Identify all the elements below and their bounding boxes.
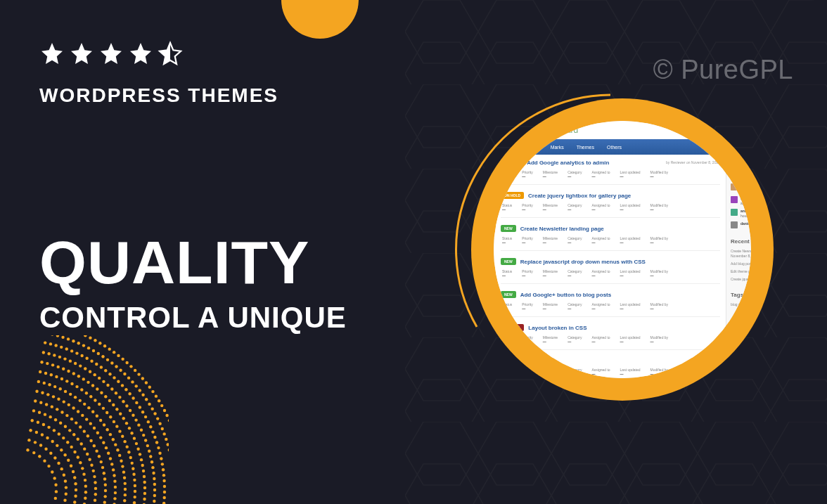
svg-point-189	[94, 399, 96, 401]
svg-point-282	[163, 496, 166, 499]
svg-point-341	[153, 412, 156, 415]
svg-point-253	[142, 434, 145, 437]
svg-point-96	[86, 434, 89, 437]
svg-point-154	[96, 415, 98, 418]
star-icon	[128, 41, 153, 66]
svg-point-230	[77, 375, 80, 377]
svg-point-33	[67, 459, 70, 462]
svg-point-7	[51, 470, 53, 473]
svg-point-9	[43, 459, 46, 462]
svg-point-48	[81, 467, 84, 470]
svg-point-373	[160, 404, 163, 407]
svg-point-247	[151, 466, 154, 469]
recent-item: Create Newsletter landing page — Novembe…	[731, 249, 751, 259]
svg-point-184	[113, 420, 115, 423]
svg-point-316	[65, 347, 68, 350]
team-member: AppThemesDemo updated a ticket 2 hours a…	[731, 171, 751, 180]
svg-point-91	[100, 460, 103, 463]
svg-point-4	[55, 490, 58, 493]
svg-point-127	[77, 410, 79, 413]
svg-point-70	[86, 453, 89, 455]
svg-point-90	[101, 466, 104, 469]
svg-point-211	[140, 458, 143, 461]
svg-point-302	[128, 392, 131, 395]
svg-point-305	[117, 380, 120, 383]
svg-point-110	[113, 497, 116, 500]
svg-point-76	[64, 425, 67, 428]
svg-point-30	[73, 476, 76, 479]
svg-point-392	[84, 335, 86, 337]
svg-point-151	[105, 428, 108, 431]
svg-point-98	[79, 425, 82, 428]
svg-point-257	[132, 414, 134, 417]
svg-point-5	[54, 484, 57, 486]
svg-point-228	[86, 381, 89, 384]
svg-point-122	[96, 431, 99, 434]
svg-point-104	[51, 405, 53, 408]
preview-nav: Open Sales Marks Themes Others ✎ Create …	[494, 139, 751, 155]
svg-point-128	[72, 406, 75, 409]
svg-point-335	[166, 443, 169, 446]
svg-point-274	[58, 356, 61, 358]
svg-point-102	[60, 411, 63, 413]
svg-point-26	[73, 500, 76, 503]
svg-point-161	[64, 390, 67, 393]
svg-point-244	[153, 483, 156, 486]
svg-point-314	[75, 351, 78, 354]
svg-point-386	[113, 351, 115, 354]
svg-point-209	[142, 470, 145, 472]
svg-point-62	[94, 499, 96, 502]
svg-point-207	[143, 481, 146, 484]
svg-point-164	[48, 383, 51, 386]
svg-point-194	[70, 382, 73, 385]
svg-point-223	[108, 399, 111, 402]
svg-point-160	[69, 393, 72, 396]
svg-point-371	[165, 414, 168, 417]
svg-point-347	[135, 385, 138, 387]
svg-point-49	[79, 461, 82, 464]
svg-point-101	[65, 414, 68, 417]
svg-point-8	[47, 465, 50, 467]
svg-point-358	[87, 347, 90, 349]
svg-point-310	[95, 363, 98, 366]
svg-point-115	[112, 468, 115, 471]
svg-point-357	[92, 349, 95, 352]
svg-point-20	[53, 456, 56, 459]
svg-point-213	[136, 447, 139, 450]
svg-point-99	[75, 421, 77, 424]
star-icon	[69, 41, 94, 66]
svg-point-197	[55, 375, 58, 378]
svg-point-100	[70, 418, 73, 420]
star-rating	[39, 41, 183, 66]
svg-point-138	[123, 499, 126, 502]
watermark: © PureGPL	[653, 55, 793, 85]
svg-point-288	[161, 463, 164, 465]
team-member: John Doe updated a ticket 2 hours ago	[731, 196, 751, 205]
svg-point-188	[98, 403, 101, 406]
svg-point-191	[85, 392, 88, 394]
svg-point-269	[84, 367, 86, 370]
recent-item: Create jquery lightbox for gallery page	[731, 277, 751, 282]
svg-point-214	[135, 442, 138, 445]
svg-point-190	[89, 395, 92, 398]
svg-point-131	[57, 398, 60, 401]
svg-point-15	[65, 486, 68, 489]
svg-point-129	[68, 403, 70, 406]
svg-point-159	[74, 396, 77, 399]
svg-point-385	[117, 354, 120, 357]
svg-point-163	[53, 385, 56, 388]
svg-point-365	[51, 335, 53, 336]
category-label: WORDPRESS THEMES	[39, 84, 278, 107]
svg-point-35	[60, 448, 63, 451]
svg-point-17	[63, 473, 65, 476]
svg-point-111	[114, 491, 117, 494]
svg-point-145	[120, 459, 122, 462]
svg-point-52	[70, 446, 72, 448]
svg-point-119	[105, 446, 108, 449]
svg-point-196	[60, 377, 63, 380]
svg-point-206	[143, 486, 146, 489]
svg-point-150	[109, 433, 112, 436]
svg-point-298	[141, 411, 144, 413]
svg-point-144	[121, 465, 124, 467]
svg-point-112	[114, 486, 117, 489]
